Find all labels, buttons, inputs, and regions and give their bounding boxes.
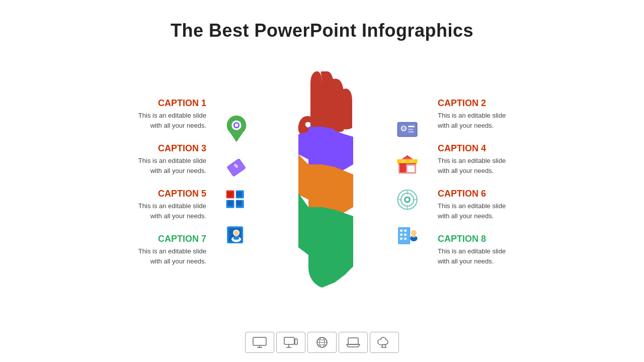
caption-title-7: CAPTION 7: [158, 234, 206, 244]
icon-office-person: [221, 220, 252, 250]
svg-rect-15: [227, 201, 233, 206]
caption-block-6: CAPTION 6 This is an editable slidewith …: [438, 185, 589, 225]
icon-office-building: [392, 220, 423, 250]
svg-rect-60: [253, 337, 266, 345]
caption-text-8: This is an editable slidewith all your n…: [438, 246, 506, 266]
main-content: CAPTION 1 This is an editable slidewith …: [0, 51, 644, 313]
hand-illustration: [272, 66, 372, 298]
caption-text-5: This is an editable slidewith all your n…: [138, 201, 206, 221]
caption-block-7: CAPTION 7 This is an editable slidewith …: [55, 230, 206, 270]
icon-contact-card: [392, 114, 423, 144]
svg-rect-40: [414, 159, 418, 163]
svg-rect-32: [399, 163, 406, 172]
svg-rect-23: [233, 236, 239, 239]
svg-point-57: [411, 230, 417, 235]
caption-block-4: CAPTION 4 This is an editable slidewith …: [438, 139, 589, 179]
caption-text-1: This is an editable slidewith all your n…: [138, 111, 206, 130]
svg-rect-38: [397, 159, 401, 163]
icons-left: $: [216, 114, 257, 250]
bottom-toolbar: [245, 332, 399, 353]
globe-icon: [316, 336, 328, 348]
svg-point-27: [401, 126, 406, 130]
svg-rect-30: [408, 131, 414, 132]
svg-rect-52: [404, 229, 407, 231]
svg-rect-39: [406, 159, 410, 163]
svg-rect-64: [295, 339, 297, 344]
caption-text-6: This is an editable slidewith all your n…: [438, 201, 506, 221]
caption-title-1: CAPTION 1: [158, 98, 206, 109]
left-captions: CAPTION 1 This is an editable slidewith …: [55, 94, 206, 270]
laptop-icon: [346, 337, 360, 348]
svg-rect-25: [398, 123, 417, 136]
svg-rect-59: [412, 235, 415, 237]
toolbar-btn-cloud[interactable]: [370, 332, 399, 353]
toolbar-btn-monitor[interactable]: [245, 332, 274, 353]
monitor-icon: [253, 337, 267, 348]
svg-rect-29: [408, 129, 413, 130]
toolbar-btn-globe[interactable]: [307, 332, 337, 353]
caption-title-2: CAPTION 2: [438, 98, 486, 109]
icon-store: [392, 149, 423, 179]
caption-text-3: This is an editable slidewith all your n…: [138, 156, 206, 175]
icon-windows-apps: [221, 185, 252, 215]
icon-location: [221, 114, 252, 144]
svg-rect-33: [408, 165, 415, 172]
caption-text-4: This is an editable slidewith all your n…: [438, 156, 506, 175]
caption-block-8: CAPTION 8 This is an editable slidewith …: [438, 230, 589, 270]
svg-rect-72: [348, 338, 358, 344]
svg-rect-14: [236, 192, 242, 197]
svg-rect-28: [408, 125, 415, 127]
caption-block-3: CAPTION 3 This is an editable slidewith …: [55, 139, 206, 179]
caption-text-2: This is an editable slidewith all your n…: [438, 111, 506, 130]
caption-title-6: CAPTION 6: [438, 189, 486, 199]
svg-rect-16: [236, 201, 242, 206]
desktop-icon: [284, 337, 298, 348]
svg-rect-55: [400, 237, 403, 239]
icon-price-tag: $: [221, 149, 252, 179]
svg-rect-54: [404, 233, 407, 235]
svg-rect-13: [227, 192, 233, 197]
caption-text-7: This is an editable slidewith all your n…: [138, 246, 206, 266]
icons-right: [387, 114, 428, 250]
caption-title-4: CAPTION 4: [438, 143, 486, 154]
svg-rect-51: [400, 229, 403, 231]
right-captions: CAPTION 2 This is an editable slidewith …: [438, 94, 589, 270]
cloud-icon: [377, 337, 392, 348]
caption-title-3: CAPTION 3: [158, 143, 206, 154]
caption-title-5: CAPTION 5: [158, 189, 206, 199]
caption-block-1: CAPTION 1 This is an editable slidewith …: [55, 94, 206, 134]
toolbar-btn-desktop[interactable]: [276, 332, 305, 353]
svg-rect-56: [404, 237, 407, 239]
icon-target: [392, 185, 423, 215]
caption-block-5: CAPTION 5 This is an editable slidewith …: [55, 185, 206, 225]
caption-title-8: CAPTION 8: [438, 234, 486, 244]
svg-point-21: [234, 230, 239, 235]
svg-marker-3: [230, 132, 243, 142]
svg-point-4: [234, 124, 238, 127]
toolbar-btn-laptop[interactable]: [339, 332, 368, 353]
svg-line-74: [385, 344, 386, 347]
svg-rect-63: [284, 337, 294, 344]
page-title: The Best PowerPoint Infographics: [0, 0, 644, 41]
caption-block-2: CAPTION 2 This is an editable slidewith …: [438, 94, 589, 134]
svg-point-7: [231, 158, 234, 161]
svg-point-44: [406, 198, 409, 201]
svg-rect-53: [400, 233, 403, 235]
